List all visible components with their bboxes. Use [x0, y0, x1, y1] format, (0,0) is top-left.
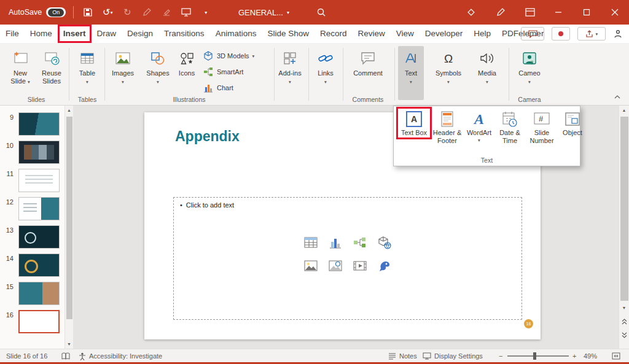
stock-images-icon[interactable] — [327, 258, 343, 274]
add-ins-button[interactable]: Add-ins ▾ — [278, 46, 302, 100]
placeholder-prompt[interactable]: • Click to add text — [180, 201, 234, 209]
slide-thumbnail-12[interactable] — [18, 197, 60, 220]
record-dot-icon[interactable] — [552, 27, 570, 41]
scroll-up-icon[interactable]: ▲ — [619, 106, 629, 115]
designer-icon[interactable] — [464, 6, 478, 19]
notes-button[interactable]: Notes — [388, 349, 417, 363]
icons-button[interactable]: Icons — [174, 46, 199, 100]
tab-help[interactable]: Help — [468, 25, 496, 43]
tab-home[interactable]: Home — [25, 25, 58, 43]
slide-thumbnail-10[interactable] — [18, 141, 60, 164]
autosave-toggle[interactable]: AutoSave On — [9, 7, 66, 17]
menu-item-slide-number[interactable]: # Slide Number — [526, 109, 557, 144]
thumbnail-scrollbar[interactable]: ▲ ▼ — [64, 106, 73, 349]
previous-slide-icon[interactable] — [619, 317, 629, 326]
menu-item-object[interactable]: Object — [557, 109, 588, 137]
tab-animations[interactable]: Animations — [210, 25, 262, 43]
text-button[interactable]: Text ▾ — [398, 46, 424, 100]
edit-icon[interactable] — [494, 6, 507, 19]
chart-button[interactable]: Chart — [203, 80, 233, 95]
menu-item-text-box[interactable]: A Text Box — [399, 109, 429, 137]
3d-models-button[interactable]: 3D Models ▾ — [203, 48, 254, 63]
scroll-up-icon[interactable]: ▲ — [65, 106, 73, 115]
insert-picture-icon[interactable] — [303, 258, 319, 274]
images-button[interactable]: Images ▾ — [108, 46, 138, 100]
zoom-level[interactable]: 49% — [584, 349, 597, 363]
autosave-switch[interactable]: On — [46, 7, 66, 17]
slide-thumbnail-11[interactable] — [18, 169, 60, 192]
scroll-down-icon[interactable]: ▼ — [65, 339, 73, 349]
tab-developer[interactable]: Developer — [420, 25, 469, 43]
zoom-slider[interactable] — [507, 349, 569, 363]
close-icon[interactable] — [601, 0, 629, 25]
present-icon[interactable] — [179, 6, 193, 19]
zoom-slider-thumb[interactable] — [533, 352, 536, 360]
ribbon-options-icon[interactable] — [523, 6, 537, 19]
links-icon — [318, 49, 333, 68]
minimize-icon[interactable] — [544, 0, 572, 25]
tab-slide-show[interactable]: Slide Show — [262, 25, 314, 43]
tab-record[interactable]: Record — [314, 25, 353, 43]
comment-icon[interactable] — [521, 27, 544, 41]
tab-insert[interactable]: Insert — [58, 25, 92, 43]
scroll-down-icon[interactable]: ▼ — [619, 303, 629, 312]
undo-icon[interactable]: ↺▾ — [101, 6, 114, 19]
presenter-icon[interactable] — [613, 29, 623, 38]
menu-item-wordart[interactable]: A WordArt ▾ — [464, 109, 494, 144]
share-icon[interactable]: ▾ — [577, 27, 606, 41]
accessibility-checker[interactable]: Accessibility: Investigate — [79, 349, 162, 363]
insert-video-icon[interactable] — [352, 258, 368, 274]
menu-item-date-time[interactable]: Date & Time — [494, 109, 525, 144]
insert-chart-icon[interactable] — [327, 234, 343, 250]
slide-title[interactable]: Appendix — [175, 128, 240, 145]
slide-thumbnail-14[interactable] — [18, 254, 60, 277]
save-icon[interactable] — [81, 6, 95, 19]
fit-to-window-icon[interactable] — [612, 349, 620, 363]
table-button[interactable]: Table ▾ — [72, 46, 102, 100]
links-button[interactable]: Links ▾ — [312, 46, 339, 100]
insert-3d-model-icon[interactable] — [377, 234, 393, 250]
media-button[interactable]: Media ▾ — [472, 46, 502, 100]
slide-indicator[interactable]: Slide 16 of 16 — [6, 349, 47, 363]
zoom-out-button[interactable]: − — [499, 349, 502, 363]
tab-view[interactable]: View — [391, 25, 420, 43]
shapes-button[interactable]: Shapes ▾ — [144, 46, 172, 100]
document-title-button[interactable]: GENERAL... ▾ — [238, 0, 289, 25]
smartart-button[interactable]: SmartArt — [203, 64, 243, 79]
new-slide-button[interactable]: New Slide ▾ — [6, 46, 34, 100]
text-group-label: Text — [394, 157, 580, 164]
reuse-slides-button[interactable]: Reuse Slides — [37, 46, 66, 100]
maximize-icon[interactable] — [572, 0, 601, 25]
tab-transitions[interactable]: Transitions — [158, 25, 210, 43]
tab-design[interactable]: Design — [122, 25, 158, 43]
menu-item-label: WordArt — [467, 129, 491, 137]
symbols-button[interactable]: Ω Symbols ▾ — [431, 46, 466, 100]
tab-draw[interactable]: Draw — [92, 25, 122, 43]
slide-thumbnail-16-selected[interactable] — [18, 310, 60, 333]
slide-thumbnail-9[interactable] — [18, 112, 60, 136]
insert-table-icon[interactable] — [303, 234, 319, 250]
quick-access-chevron-icon[interactable]: ▾ — [199, 6, 213, 19]
zoom-track[interactable] — [507, 355, 569, 357]
menu-item-header-footer[interactable]: Header & Footer — [432, 109, 463, 144]
spell-check-icon[interactable] — [61, 349, 70, 363]
slide-thumbnail-15[interactable] — [18, 282, 60, 305]
main-scrollbar[interactable]: ▲ ▼ — [619, 106, 629, 349]
cameo-button[interactable]: g Cameo ▾ — [512, 46, 547, 100]
scrollbar-thumb[interactable] — [620, 117, 628, 301]
scrollbar-thumb[interactable] — [66, 117, 72, 319]
insert-cameo-icon[interactable] — [377, 258, 393, 274]
icons-label: Icons — [179, 69, 195, 77]
display-settings-button[interactable]: Display Settings — [423, 349, 483, 363]
next-slide-icon[interactable] — [619, 330, 629, 339]
collapse-ribbon-icon[interactable] — [612, 93, 623, 101]
content-placeholder[interactable]: • Click to add text — [173, 197, 522, 320]
insert-smartart-icon[interactable] — [352, 234, 368, 250]
comment-button[interactable]: Comment — [349, 46, 387, 100]
header-footer-icon — [441, 109, 453, 129]
search-icon[interactable] — [314, 6, 328, 19]
zoom-in-button[interactable]: + — [572, 349, 576, 363]
tab-file[interactable]: File — [0, 25, 25, 43]
slide-thumbnail-13[interactable] — [18, 225, 60, 249]
tab-review[interactable]: Review — [353, 25, 391, 43]
